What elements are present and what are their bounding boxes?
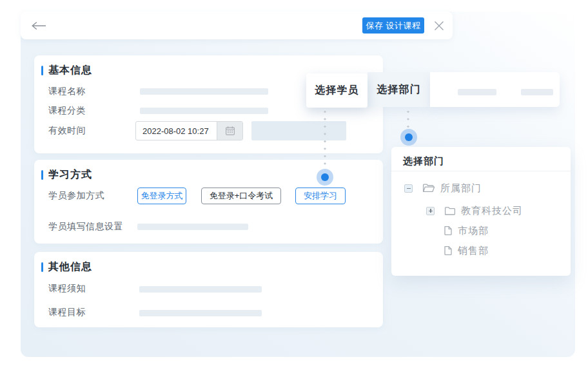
- folder-open-icon: [422, 183, 435, 193]
- tutorial-pointer-dot: [400, 129, 417, 146]
- course-name-placeholder-bar: [140, 88, 268, 95]
- course-edit-page: 保存 设计课程 基本信息 课程名称 课程分类 有效时间 2022-08-02 1…: [0, 0, 588, 366]
- calendar-icon: [225, 126, 235, 136]
- file-icon: [444, 246, 453, 256]
- close-button[interactable]: [432, 19, 446, 33]
- tabstrip-extra-area: [430, 72, 560, 107]
- tree-node-root[interactable]: 所属部门: [391, 181, 571, 195]
- save-design-course-button[interactable]: 保存 设计课程: [362, 17, 424, 34]
- valid-time-label: 有效时间: [48, 125, 86, 137]
- section-title: 学习方式: [48, 168, 92, 182]
- student-info-setting-label: 学员填写信息设置: [48, 221, 123, 233]
- tree-node-label: 销售部: [458, 245, 489, 257]
- valid-time-end-placeholder-bar: [251, 121, 346, 140]
- option-no-login-button[interactable]: 免登录方式: [137, 188, 186, 204]
- basic-info-header: 基本信息: [41, 64, 92, 77]
- collapse-icon[interactable]: [404, 184, 413, 193]
- tutorial-dotted-line: [324, 110, 326, 167]
- course-goal-placeholder-bar: [139, 310, 262, 316]
- folder-icon: [444, 206, 456, 216]
- section-marker: [41, 170, 43, 180]
- section-title: 其他信息: [48, 260, 92, 274]
- course-notice-placeholder-bar: [139, 286, 262, 293]
- select-department-panel: 选择部门 所属部门 教育科技公司: [391, 147, 571, 276]
- learning-method-header: 学习方式: [41, 168, 92, 182]
- course-notice-label: 课程须知: [48, 283, 86, 294]
- section-title: 基本信息: [48, 64, 92, 77]
- tabstrip-placeholder-bar: [458, 89, 496, 95]
- other-info-header: 其他信息: [41, 260, 92, 274]
- tutorial-pointer-dot: [317, 169, 333, 186]
- tree-node-label: 所属部门: [440, 182, 482, 195]
- course-category-label: 课程分类: [48, 105, 86, 117]
- section-marker: [41, 66, 43, 75]
- topbar: 保存 设计课程: [21, 12, 453, 39]
- tree-node-sales-dept[interactable]: 销售部: [391, 244, 571, 258]
- file-icon: [444, 226, 453, 236]
- option-no-login-password-exam-button[interactable]: 免登录+口令考试: [201, 188, 281, 204]
- tutorial-dotted-line: [407, 110, 409, 129]
- panel-title: 选择部门: [403, 155, 444, 168]
- back-button[interactable]: [31, 21, 48, 31]
- calendar-button[interactable]: [217, 122, 242, 140]
- tab-select-department[interactable]: 选择部门: [368, 72, 430, 107]
- close-icon: [433, 19, 446, 32]
- valid-time-value: 2022-08-02 10:27: [136, 126, 217, 136]
- other-info-card: 其他信息 课程须知 课程目标: [34, 252, 383, 327]
- course-name-label: 课程名称: [48, 86, 86, 97]
- tree-node-company[interactable]: 教育科技公司: [391, 204, 571, 218]
- student-info-placeholder-bar: [137, 224, 248, 230]
- tree-node-label: 教育科技公司: [461, 205, 523, 217]
- selection-tabstrip: 选择部门 选择学员: [306, 72, 560, 107]
- tabstrip-placeholder-bar: [521, 89, 553, 95]
- valid-time-input[interactable]: 2022-08-02 10:27: [135, 121, 243, 140]
- section-marker: [41, 262, 43, 272]
- participation-mode-label: 学员参加方式: [48, 190, 104, 202]
- option-arrange-learning-button[interactable]: 安排学习: [295, 188, 346, 204]
- tree-node-label: 市场部: [458, 225, 489, 237]
- arrow-left-icon: [31, 21, 46, 30]
- tree-node-market-dept[interactable]: 市场部: [391, 224, 571, 238]
- tab-select-student[interactable]: 选择学员: [306, 73, 368, 108]
- course-category-placeholder-bar: [140, 108, 268, 114]
- panel-divider: [391, 171, 571, 171]
- course-goal-label: 课程目标: [48, 307, 86, 318]
- expand-icon[interactable]: [426, 207, 435, 215]
